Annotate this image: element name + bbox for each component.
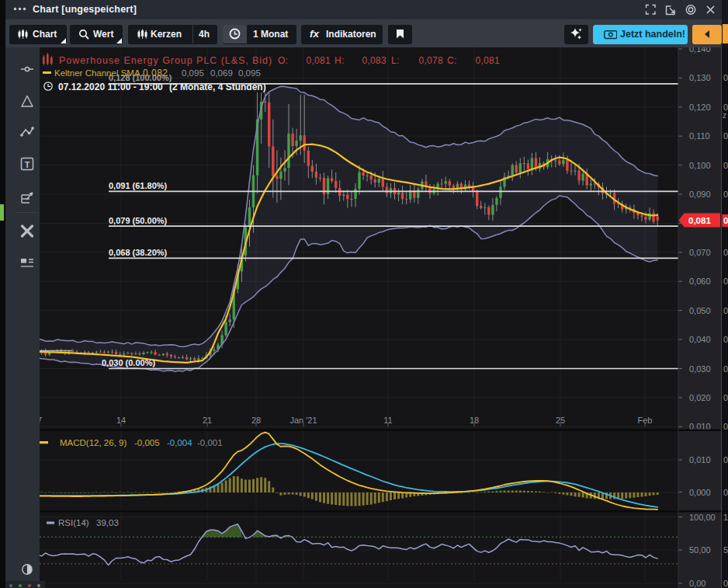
- svg-text:0,070: 0,070: [689, 248, 711, 257]
- svg-text:0: 0: [723, 579, 728, 588]
- svg-text:100,00: 100,00: [689, 513, 716, 522]
- svg-text:0: 0: [723, 488, 728, 497]
- svg-text:5: 5: [723, 545, 728, 555]
- svg-text:0,120: 0,120: [689, 103, 711, 112]
- svg-text:z: z: [723, 111, 726, 120]
- svg-text:0,00: 0,00: [689, 579, 705, 588]
- svg-text:0: 0: [723, 335, 728, 344]
- svg-text:0,130: 0,130: [689, 73, 711, 82]
- svg-text:Keltner Channel SMA: Keltner Channel SMA: [54, 68, 140, 78]
- svg-text:0,060: 0,060: [689, 277, 711, 286]
- svg-text:0: 0: [723, 393, 728, 402]
- svg-text:C:: C:: [447, 55, 457, 66]
- svg-text:0,030 (0.00%): 0,030 (0.00%): [102, 358, 155, 367]
- svg-text:0: 0: [723, 248, 728, 257]
- svg-text:0,081: 0,081: [688, 216, 711, 225]
- svg-text:O:: O:: [278, 55, 288, 66]
- svg-text:0,079 (50.00%): 0,079 (50.00%): [109, 216, 168, 225]
- svg-text:0: 0: [723, 103, 728, 112]
- svg-text:0: 0: [723, 364, 728, 374]
- svg-text:0: 0: [723, 422, 728, 431]
- svg-text:0: 0: [723, 73, 728, 82]
- svg-text:0,081: 0,081: [306, 55, 331, 66]
- svg-text:50,00: 50,00: [689, 545, 711, 555]
- svg-text:0,050: 0,050: [689, 306, 711, 315]
- svg-text:07.12.2020 11:00 - 19:00: 07.12.2020 11:00 - 19:00: [58, 82, 163, 92]
- svg-text:0,020: 0,020: [689, 393, 711, 402]
- svg-text:0,095: 0,095: [238, 68, 261, 78]
- svg-text:0,110: 0,110: [689, 131, 710, 141]
- svg-text:0,083: 0,083: [362, 55, 387, 66]
- svg-text:0,040: 0,040: [689, 335, 711, 344]
- svg-text:RSI(14): RSI(14): [58, 518, 89, 527]
- svg-text:0,082: 0,082: [143, 68, 168, 78]
- svg-text:0: 0: [723, 277, 728, 286]
- svg-text:0,000: 0,000: [689, 488, 711, 497]
- svg-text:0,100: 0,100: [689, 161, 711, 170]
- svg-text:0: 0: [723, 306, 728, 315]
- svg-text:0: 0: [723, 216, 728, 225]
- svg-text:0,068 (38.20%): 0,068 (38.20%): [109, 248, 168, 257]
- svg-text:T: T: [25, 160, 30, 169]
- svg-text:0,078: 0,078: [418, 55, 443, 66]
- svg-text:0,069: 0,069: [210, 68, 233, 78]
- svg-text:0: 0: [723, 131, 728, 141]
- svg-text:0,091 (61.80%): 0,091 (61.80%): [109, 181, 168, 190]
- svg-text:0: 0: [723, 455, 728, 464]
- svg-text:0,090: 0,090: [689, 190, 711, 199]
- svg-text:(2 Monate, 4 Stunden): (2 Monate, 4 Stunden): [169, 82, 266, 92]
- svg-text:0,081: 0,081: [475, 55, 500, 66]
- svg-text:0: 0: [723, 161, 728, 170]
- svg-text:1: 1: [723, 513, 728, 522]
- svg-text:-0,001: -0,001: [197, 438, 223, 447]
- svg-text:-0,004: -0,004: [167, 438, 192, 447]
- svg-text:39,03: 39,03: [96, 518, 119, 527]
- svg-text:H:: H:: [335, 55, 345, 66]
- svg-text:0,010: 0,010: [689, 455, 711, 464]
- svg-text:MACD(12, 26, 9): MACD(12, 26, 9): [60, 438, 127, 447]
- svg-text:0: 0: [723, 190, 728, 199]
- svg-text:0,095: 0,095: [182, 68, 204, 78]
- svg-text:L:: L:: [391, 55, 400, 66]
- svg-text:0,030: 0,030: [689, 364, 711, 374]
- svg-text:Powerhouse Energy Group PLC (L: Powerhouse Energy Group PLC (L&S, Bid): [59, 55, 272, 66]
- svg-text:-0,005: -0,005: [134, 438, 160, 447]
